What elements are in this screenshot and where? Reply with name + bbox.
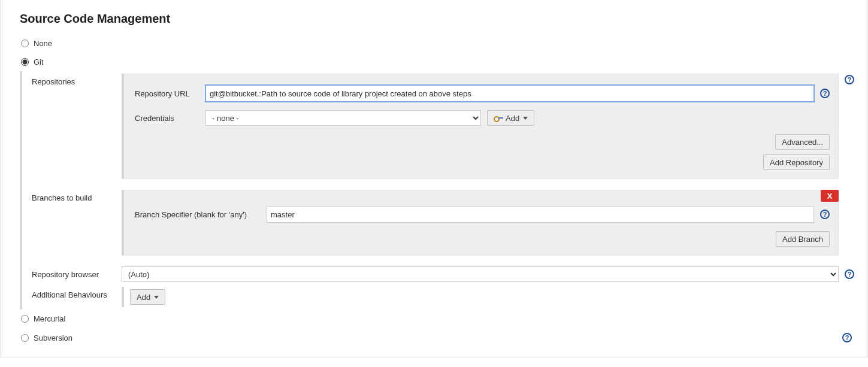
chevron-down-icon	[154, 296, 159, 299]
add-credentials-button[interactable]: Add	[487, 110, 534, 126]
repository-url-input[interactable]	[205, 85, 814, 102]
repository-url-label: Repository URL	[135, 89, 205, 98]
scm-option-git-row: Git	[20, 55, 854, 74]
branch-specifier-label: Branch Specifier (blank for 'any')	[135, 210, 267, 219]
help-icon[interactable]: ?	[842, 333, 852, 342]
delete-branch-button[interactable]: X	[821, 190, 839, 202]
branches-to-build-label: Branches to build	[32, 190, 122, 202]
add-branch-button[interactable]: Add Branch	[776, 231, 830, 247]
scm-radio-git[interactable]	[21, 58, 29, 66]
scm-label-none: None	[34, 39, 52, 48]
scm-option-subversion-row: Subversion ?	[20, 330, 854, 350]
add-behaviour-button[interactable]: Add	[130, 289, 165, 305]
chevron-down-icon	[523, 117, 528, 120]
section-heading: Source Code Management	[20, 7, 854, 26]
additional-behaviours-label: Additional Behaviours	[32, 287, 122, 299]
scm-option-none-row: None	[20, 37, 854, 55]
scm-option-mercurial-row: Mercurial	[20, 312, 854, 330]
help-icon[interactable]: ?	[845, 75, 854, 84]
advanced-button[interactable]: Advanced...	[775, 134, 830, 150]
help-icon[interactable]: ?	[820, 89, 830, 98]
repositories-label: Repositories	[32, 74, 122, 86]
add-credentials-label: Add	[506, 114, 519, 123]
add-repository-button[interactable]: Add Repository	[763, 154, 830, 170]
scm-label-mercurial: Mercurial	[34, 314, 65, 323]
key-icon	[494, 115, 502, 121]
scm-label-subversion: Subversion	[34, 333, 72, 342]
branch-panel: X Branch Specifier (blank for 'any') ? A…	[122, 190, 839, 256]
scm-radio-subversion[interactable]	[21, 334, 29, 342]
scm-radio-none[interactable]	[21, 40, 29, 47]
credentials-label: Credentials	[135, 114, 205, 123]
repository-panel: Repository URL ? Credentials - none - Ad…	[122, 74, 839, 179]
help-icon[interactable]: ?	[845, 269, 854, 279]
help-icon[interactable]: ?	[820, 210, 830, 219]
repository-browser-label: Repository browser	[32, 266, 122, 279]
branch-specifier-input[interactable]	[267, 206, 814, 223]
credentials-select[interactable]: - none -	[205, 110, 481, 126]
scm-radio-mercurial[interactable]	[21, 315, 29, 323]
repository-browser-select[interactable]: (Auto)	[122, 266, 839, 282]
scm-label-git: Git	[34, 57, 44, 66]
add-behaviour-label: Add	[137, 293, 150, 302]
